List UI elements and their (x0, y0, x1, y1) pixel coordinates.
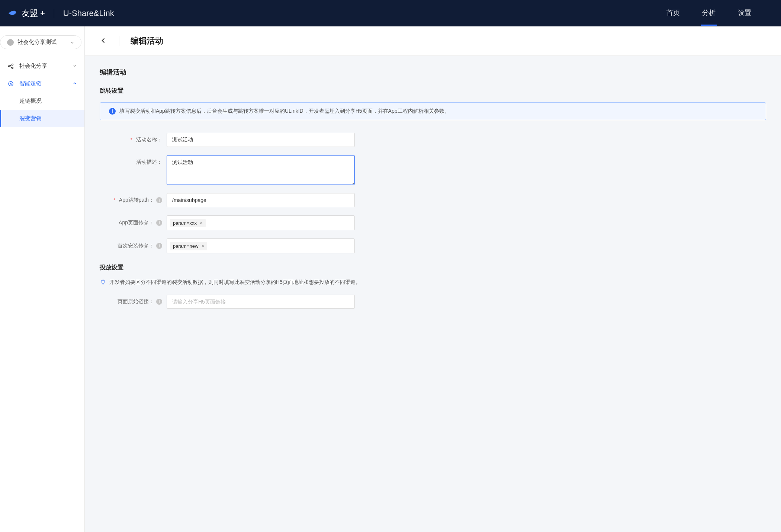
logo-text: 友盟 + (22, 8, 45, 19)
sidebar-item-label: 社会化分享 (19, 63, 47, 70)
title-divider (119, 36, 119, 46)
header-divider (54, 9, 54, 18)
info-banner-text: 填写裂变活动和App跳转方案信息后，后台会生成与跳转方案唯一对应的ULinkID… (119, 108, 450, 115)
sidebar-item-label: 裂变营销 (19, 115, 42, 122)
section-title-jump: 跳转设置 (100, 87, 766, 95)
label-install-param: 首次安装传参： i (100, 243, 167, 249)
input-activity-name[interactable] (167, 133, 355, 147)
sidebar-item-label: 超链概况 (19, 97, 42, 105)
tag-input-page-param[interactable]: param=xxx × (167, 215, 355, 230)
logo-area: 友盟 + U-Share&Link (7, 8, 114, 19)
back-arrow-icon[interactable] (100, 37, 108, 45)
input-app-path[interactable] (167, 193, 355, 207)
label-orig-link: 页面原始链接： i (100, 298, 167, 305)
tag-close-icon[interactable]: × (200, 220, 203, 225)
top-header: 友盟 + U-Share&Link 首页 分析 设置 (0, 0, 781, 26)
section-title-edit: 编辑活动 (100, 68, 766, 77)
input-orig-link[interactable] (167, 295, 355, 309)
chevron-up-icon (73, 80, 77, 87)
sidebar-sub-fission-marketing[interactable]: 裂变营销 (0, 110, 84, 127)
info-banner: i 填写裂变活动和App跳转方案信息后，后台会生成与跳转方案唯一对应的ULink… (100, 102, 766, 120)
sidebar-item-smart-link[interactable]: 智能超链 (0, 75, 84, 92)
link-icon (7, 80, 14, 87)
nav-tab-analysis[interactable]: 分析 (702, 8, 716, 19)
lightbulb-icon (100, 279, 106, 286)
deploy-tip-text: 开发者如要区分不同渠道的裂变活动数据，则同时填写此裂变活动分享的H5页面地址和想… (109, 279, 361, 286)
label-activity-name: *活动名称： (100, 137, 167, 143)
app-selector-label: 社会化分享测试 (17, 39, 66, 46)
chevron-down-icon (70, 40, 74, 45)
help-icon[interactable]: i (156, 299, 162, 305)
nav-tab-settings[interactable]: 设置 (738, 8, 751, 19)
logo-plus-text: + (40, 9, 45, 18)
app-selector[interactable]: 社会化分享测试 (0, 35, 84, 49)
section-title-deploy: 投放设置 (100, 264, 766, 272)
help-icon[interactable]: i (156, 243, 162, 249)
tag-close-icon[interactable]: × (201, 243, 204, 249)
main-content: 编辑活动 编辑活动 跳转设置 i 填写裂变活动和App跳转方案信息后，后台会生成… (85, 26, 781, 532)
share-icon (7, 63, 14, 70)
chevron-down-icon (73, 63, 77, 69)
nav-tab-home[interactable]: 首页 (666, 8, 680, 19)
nav-tabs: 首页 分析 设置 (666, 8, 751, 19)
logo-brand-text: 友盟 (22, 8, 38, 19)
page-title: 编辑活动 (131, 35, 163, 47)
product-name: U-Share&Link (63, 9, 114, 18)
sidebar: 社会化分享测试 社会化分享 智能超链 (0, 26, 85, 532)
svg-point-4 (102, 281, 105, 283)
page-header: 编辑活动 (85, 26, 781, 56)
help-icon[interactable]: i (156, 197, 162, 203)
info-icon: i (109, 108, 116, 115)
label-app-path: *App跳转path： i (100, 197, 167, 203)
logo-bird-icon (7, 8, 18, 19)
tag-page-param: param=xxx × (170, 219, 206, 227)
sidebar-sub-link-overview[interactable]: 超链概况 (0, 92, 84, 110)
label-page-param: App页面传参： i (100, 219, 167, 226)
textarea-activity-desc[interactable] (167, 155, 355, 185)
label-activity-desc: 活动描述： (100, 155, 167, 166)
sidebar-item-social-share[interactable]: 社会化分享 (0, 57, 84, 75)
help-icon[interactable]: i (156, 220, 162, 226)
tag-install-param: param=new × (170, 242, 207, 250)
tag-input-install-param[interactable]: param=new × (167, 238, 355, 253)
deploy-tip-row: 开发者如要区分不同渠道的裂变活动数据，则同时填写此裂变活动分享的H5页面地址和想… (100, 279, 766, 286)
app-dot-icon (7, 39, 14, 46)
sidebar-item-label: 智能超链 (19, 80, 42, 87)
